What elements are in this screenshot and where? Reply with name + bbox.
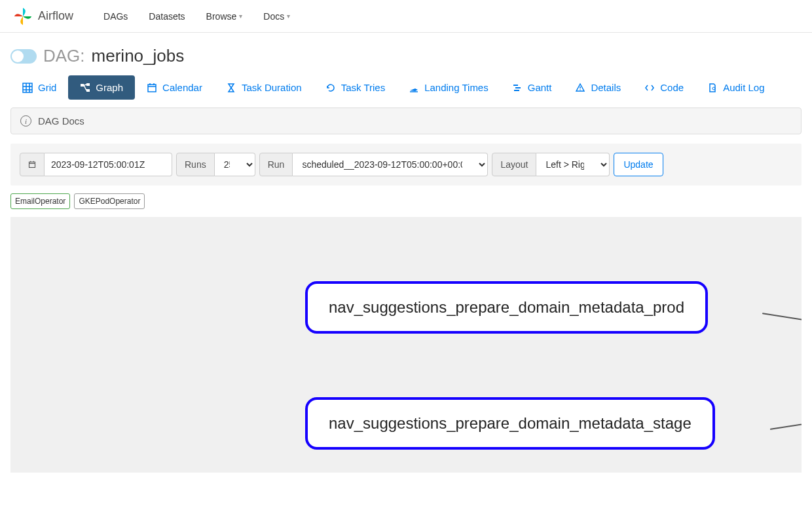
layout-select[interactable]: Left > Right [536,153,610,176]
logo[interactable]: Airflow [13,7,73,26]
dag-docs-label: DAG Docs [38,115,84,126]
tab-audit-log[interactable]: Audit Log [695,75,776,100]
nav-dags[interactable]: DAGs [93,6,138,27]
legend-email-operator[interactable]: EmailOperator [10,193,70,209]
tab-details[interactable]: Details [563,75,633,100]
dag-pause-toggle[interactable] [10,49,37,64]
runs-label: Runs [176,153,215,176]
chevron-down-icon: ▾ [287,12,290,20]
brand-text: Airflow [38,9,73,23]
tab-graph[interactable]: Graph [68,75,135,100]
calendar-button[interactable] [20,153,45,176]
document-icon [707,83,718,93]
tab-gantt[interactable]: Gantt [500,75,564,100]
task-node[interactable]: nav_suggestions_prepare_domain_metadata_… [305,281,708,334]
tab-task-tries[interactable]: Task Tries [314,75,397,100]
tab-landing-times[interactable]: Landing Times [397,75,500,100]
task-node[interactable]: nav_suggestions_prepare_domain_metadata_… [305,397,715,450]
chevron-down-icon: ▾ [239,12,242,20]
calendar-icon [28,159,36,170]
num-runs-select[interactable]: 25 [215,153,255,176]
info-icon: i [20,115,31,126]
base-date-input[interactable] [45,153,172,176]
svg-rect-6 [86,83,90,86]
svg-rect-10 [148,85,156,92]
dag-docs-toggle[interactable]: i DAG Docs [10,107,802,134]
svg-rect-7 [86,89,90,92]
nav-docs[interactable]: Docs▾ [253,6,301,27]
nav-datasets[interactable]: Datasets [138,6,195,27]
dag-header: DAG: merino_jobs [0,33,812,75]
grid-icon [22,83,33,93]
graph-canvas[interactable]: nav_suggestions_prepare_domain_metadata_… [10,217,802,473]
graph-icon [80,83,90,93]
tab-task-duration[interactable]: Task Duration [214,75,314,100]
tab-calendar[interactable]: Calendar [135,75,214,100]
layout-label: Layout [492,153,536,176]
graph-edge [762,313,802,324]
legend-gke-operator[interactable]: GKEPodOperator [74,193,145,209]
calendar-icon [147,83,157,93]
svg-line-9 [84,85,86,90]
dag-label: DAG: [43,46,85,66]
tab-grid[interactable]: Grid [10,75,68,100]
run-select[interactable]: scheduled__2023-09-12T05:00:00+00:00 [293,153,488,176]
svg-rect-0 [23,83,32,92]
airflow-pinwheel-icon [13,7,33,26]
operator-legend: EmailOperator GKEPodOperator [0,185,812,217]
run-label: Run [259,153,293,176]
svg-rect-21 [29,162,35,167]
graph-edge [770,420,802,430]
svg-point-19 [580,89,581,90]
landing-icon [409,83,419,93]
svg-rect-5 [81,84,84,87]
gantt-icon [512,83,523,93]
tab-code[interactable]: Code [633,75,695,100]
dag-name: merino_jobs [92,46,185,66]
nav-browse[interactable]: Browse▾ [196,6,253,27]
controls-bar: Runs 25 Run scheduled__2023-09-12T05:00:… [10,144,802,185]
warning-icon [575,83,585,93]
code-icon [644,83,655,93]
view-tabs: Grid Graph Calendar Task Duration Task T… [0,75,812,107]
navbar: Airflow DAGs Datasets Browse▾ Docs▾ [0,0,812,33]
hourglass-icon [226,83,236,93]
retry-icon [325,83,336,93]
update-button[interactable]: Update [614,153,663,176]
